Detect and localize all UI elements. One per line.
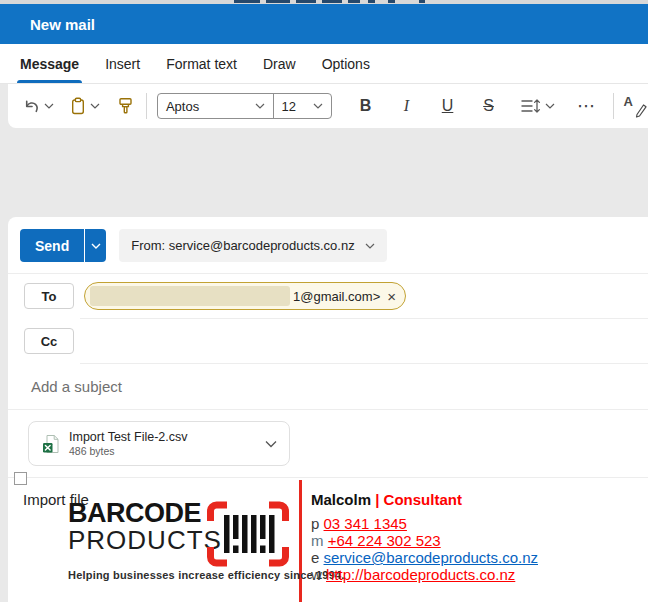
tab-draw[interactable]: Draw — [250, 44, 309, 83]
tab-insert[interactable]: Insert — [92, 44, 153, 83]
clipped-text-fragment — [368, 0, 375, 3]
contact-name: Malcolm — [311, 491, 371, 508]
name-role-separator: | — [375, 491, 383, 508]
brand-name-top: BARCODE — [68, 500, 222, 526]
email-link[interactable]: service@barcodeproducts.co.nz — [324, 549, 539, 566]
send-button[interactable]: Send — [20, 229, 84, 262]
strikethrough-button[interactable]: S — [477, 92, 501, 120]
window-title: New mail — [30, 16, 95, 33]
paste-button[interactable] — [67, 91, 103, 121]
attachment-filename: Import Test File-2.csv — [69, 430, 188, 445]
mobile-link[interactable]: +64 224 302 523 — [328, 532, 441, 549]
chevron-down-icon — [255, 103, 265, 109]
format-painter-button[interactable] — [115, 91, 136, 121]
undo-button[interactable] — [20, 91, 57, 121]
window-top-edge — [0, 0, 648, 4]
cc-button[interactable]: Cc — [24, 328, 74, 354]
line-spacing-button[interactable] — [518, 91, 558, 121]
chevron-down-icon — [545, 103, 555, 109]
mobile-line: m +64 224 302 523 — [311, 532, 538, 549]
chevron-down-icon[interactable] — [265, 440, 277, 448]
more-options-button[interactable]: ⋯ — [575, 92, 599, 120]
compose-titlebar: New mail — [0, 4, 648, 44]
font-name-select[interactable]: Aptos — [158, 94, 273, 118]
toolbar-divider — [613, 93, 614, 119]
attachment-filesize: 486 bytes — [69, 445, 188, 458]
clipped-text-fragment — [266, 0, 290, 3]
editor-letter: A — [623, 94, 632, 109]
email-line: e service@barcodeproducts.co.nz — [311, 549, 538, 566]
font-controls: Aptos 12 — [157, 93, 332, 119]
website-line: w http://barcodeproducts.co.nz — [311, 566, 538, 583]
send-split-button: Send — [20, 229, 106, 262]
excel-file-icon — [42, 434, 60, 454]
toolbar-divider — [146, 93, 147, 119]
phone-line: p 03 341 1345 — [311, 515, 538, 532]
recipient-address: 1@gmail.com> — [293, 289, 380, 304]
attachment-card[interactable]: Import Test File-2.csv 486 bytes — [28, 421, 290, 466]
ribbon-tab-bar: Message Insert Format text Draw Options — [0, 44, 648, 84]
clipped-text-fragment — [348, 0, 360, 3]
brand-tagline: Helping businesses increase efficiency s… — [68, 569, 345, 581]
brand-logo: BARCODE PRODUCTS — [68, 500, 222, 554]
from-address: From: service@barcodeproducts.co.nz — [131, 238, 354, 253]
underline-button[interactable]: U — [436, 92, 460, 120]
barcode-logo-icon — [206, 501, 290, 567]
phone-link[interactable]: 03 341 1345 — [324, 515, 407, 532]
brand-name-bottom: PRODUCTS — [68, 526, 222, 554]
website-link[interactable]: http://barcodeproducts.co.nz — [326, 566, 515, 583]
from-selector[interactable]: From: service@barcodeproducts.co.nz — [119, 229, 386, 262]
pen-icon — [634, 102, 648, 118]
contact-role: Consultant — [384, 491, 462, 508]
bold-button[interactable]: B — [354, 92, 378, 120]
signature-contact: Malcolm | Consultant p 03 341 1345 m +64… — [311, 491, 538, 583]
to-row: To 1@gmail.com> × — [8, 274, 648, 318]
redacted-recipient-name — [90, 286, 290, 306]
attachment-meta: Import Test File-2.csv 486 bytes — [69, 430, 188, 458]
attachment-section: Import Test File-2.csv 486 bytes — [8, 410, 648, 477]
cc-row: Cc — [8, 319, 648, 363]
line-spacing-icon — [521, 98, 541, 114]
editor-button[interactable]: A — [623, 92, 648, 120]
to-button[interactable]: To — [24, 283, 74, 309]
clipped-text-fragment — [419, 0, 425, 3]
clipped-text-fragment — [322, 0, 342, 3]
remove-recipient-button[interactable]: × — [387, 288, 396, 305]
format-buttons: B I U S ⋯ — [354, 91, 599, 121]
tab-format-text[interactable]: Format text — [153, 44, 250, 83]
chevron-down-icon — [313, 103, 323, 109]
formatting-toolbar: Aptos 12 B I U S ⋯ A — [8, 84, 648, 128]
clipped-text-fragment — [234, 0, 260, 3]
undo-icon — [23, 98, 40, 115]
recipient-chip[interactable]: 1@gmail.com> × — [84, 282, 406, 310]
send-row: Send From: service@barcodeproducts.co.nz — [8, 217, 648, 273]
tab-message[interactable]: Message — [7, 44, 92, 83]
send-options-button[interactable] — [85, 229, 106, 262]
format-painter-icon — [118, 97, 133, 115]
subject-input[interactable]: Add a subject — [8, 364, 648, 409]
chevron-down-icon — [44, 103, 54, 109]
clipboard-icon — [70, 97, 86, 115]
tab-options[interactable]: Options — [309, 44, 383, 83]
font-size-select[interactable]: 12 — [274, 94, 331, 118]
chevron-down-icon — [91, 243, 101, 249]
italic-button[interactable]: I — [395, 92, 419, 120]
email-signature: BARCODE PRODUCTS Helping businesses incr… — [0, 478, 648, 602]
contact-name-line: Malcolm | Consultant — [311, 491, 538, 508]
signature-divider — [299, 480, 302, 602]
chevron-down-icon — [365, 243, 375, 249]
clipped-text-fragment — [296, 0, 316, 3]
clipped-text-fragment — [388, 0, 395, 3]
chevron-down-icon — [90, 103, 100, 109]
